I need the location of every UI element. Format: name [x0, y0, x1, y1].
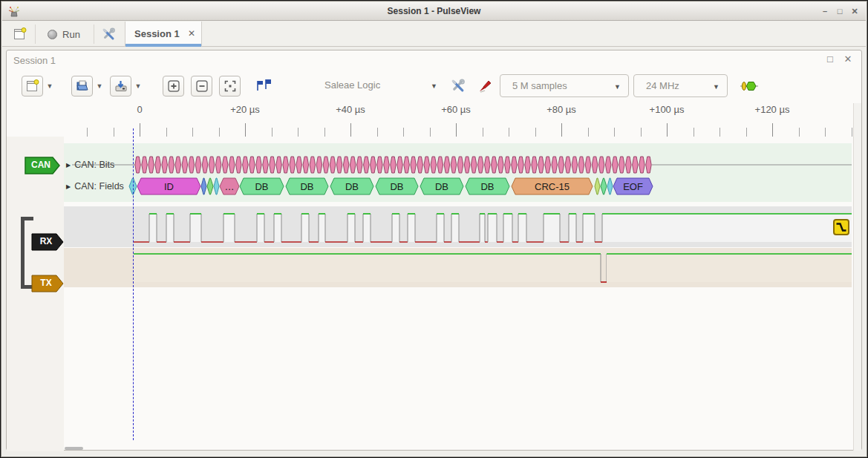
time-ruler[interactable]: 0+20 µs+40 µs+60 µs+80 µs+100 µs+120 µs	[7, 102, 863, 137]
can-bit-annotation[interactable]	[270, 157, 275, 173]
can-bit-annotation[interactable]	[236, 157, 241, 173]
can-field-annotation[interactable]	[601, 178, 607, 194]
can-bit-annotation[interactable]	[424, 157, 429, 173]
close-button[interactable]: ✕	[848, 4, 861, 18]
new-file-button[interactable]	[22, 76, 43, 96]
time-zero-cursor[interactable]	[133, 128, 134, 440]
can-bit-annotation[interactable]	[437, 157, 443, 173]
can-bit-annotation[interactable]	[612, 157, 617, 173]
add-decoder-button[interactable]	[739, 76, 760, 96]
can-bit-annotation[interactable]	[330, 157, 335, 173]
can-bit-annotation[interactable]	[565, 157, 570, 173]
can-bit-annotation[interactable]	[371, 157, 376, 173]
minimize-button[interactable]: –	[818, 4, 832, 18]
can-bit-annotation[interactable]	[492, 157, 497, 173]
can-bit-annotation[interactable]	[592, 157, 597, 173]
can-bit-annotation[interactable]	[626, 157, 631, 173]
new-session-button[interactable]	[8, 23, 32, 45]
zoom-out-button[interactable]	[191, 76, 212, 96]
decoder-row-fields[interactable]: ▶CAN: Fields	[66, 181, 124, 192]
can-bit-annotation[interactable]	[464, 157, 469, 173]
tab-close-icon[interactable]: ✕	[188, 28, 195, 39]
maximize-button[interactable]: □	[833, 4, 846, 18]
can-bit-annotation[interactable]	[598, 157, 604, 173]
can-bit-annotation[interactable]	[512, 157, 517, 173]
tab-session-1[interactable]: Session 1 ✕	[125, 22, 202, 47]
can-bit-annotation[interactable]	[518, 157, 523, 173]
can-bit-annotation[interactable]	[633, 157, 638, 173]
can-decoder-tag[interactable]: CAN	[25, 157, 60, 174]
expand-arrow-icon[interactable]: ▶	[66, 162, 71, 169]
tx-channel-tag[interactable]: TX	[31, 275, 67, 292]
can-bit-annotation[interactable]	[404, 157, 409, 173]
can-bit-annotation[interactable]	[249, 157, 255, 173]
save-dropdown[interactable]: ▼	[132, 76, 144, 96]
can-bit-annotation[interactable]	[545, 157, 550, 173]
can-bit-annotation[interactable]	[505, 157, 510, 173]
rx-channel-tag[interactable]: RX	[31, 233, 67, 251]
can-field-annotation[interactable]	[607, 178, 613, 194]
trigger-falling-edge-icon[interactable]	[833, 219, 849, 238]
device-selector[interactable]: Saleae Logic ▼	[320, 74, 443, 97]
can-field-annotation[interactable]	[595, 178, 600, 194]
run-button[interactable]: Run	[41, 23, 87, 45]
can-bit-annotation[interactable]	[195, 157, 200, 173]
sample-count-combobox[interactable]: 5 M samples ▼	[500, 74, 629, 97]
can-bit-annotation[interactable]	[397, 157, 402, 173]
can-field-annotation[interactable]	[207, 178, 213, 194]
can-bit-annotation[interactable]	[558, 157, 564, 173]
new-file-dropdown[interactable]: ▼	[44, 76, 56, 96]
can-bit-annotation[interactable]	[162, 157, 167, 173]
open-dropdown[interactable]: ▼	[94, 76, 105, 96]
can-bit-annotation[interactable]	[471, 157, 476, 173]
can-bit-annotation[interactable]	[619, 157, 624, 173]
vertical-scrollbar[interactable]	[853, 103, 861, 451]
can-bit-annotation[interactable]	[243, 157, 248, 173]
can-bit-annotation[interactable]	[316, 157, 322, 173]
can-bit-annotation[interactable]	[182, 157, 187, 173]
can-bit-annotation[interactable]	[639, 157, 645, 173]
can-bit-annotation[interactable]	[202, 157, 207, 173]
can-bit-annotation[interactable]	[350, 157, 355, 173]
can-bit-annotation[interactable]	[538, 157, 544, 173]
can-bit-annotation[interactable]	[169, 157, 174, 173]
can-bit-annotation[interactable]	[283, 157, 288, 173]
can-bit-annotation[interactable]	[256, 157, 261, 173]
can-bit-annotation[interactable]	[417, 157, 422, 173]
can-bit-annotation[interactable]	[215, 157, 221, 173]
can-bit-annotation[interactable]	[155, 157, 160, 173]
can-bit-annotation[interactable]	[431, 157, 436, 173]
can-bit-annotation[interactable]	[646, 157, 651, 173]
can-bit-annotation[interactable]	[290, 157, 295, 173]
can-bit-annotation[interactable]	[175, 157, 180, 173]
can-bit-annotation[interactable]	[310, 157, 315, 173]
open-button[interactable]	[71, 76, 93, 96]
can-bit-annotation[interactable]	[498, 157, 503, 173]
can-bit-annotation[interactable]	[336, 157, 342, 173]
can-bit-annotation[interactable]	[525, 157, 530, 173]
can-bit-annotation[interactable]	[222, 157, 227, 173]
configure-channels-button[interactable]	[474, 76, 495, 96]
can-bit-annotation[interactable]	[411, 157, 416, 173]
zoom-in-button[interactable]	[163, 76, 184, 96]
can-bit-annotation[interactable]	[572, 157, 577, 173]
horizontal-scrollbar[interactable]	[65, 447, 83, 450]
can-bit-annotation[interactable]	[532, 157, 537, 173]
can-bit-annotation[interactable]	[209, 157, 214, 173]
can-bit-annotation[interactable]	[364, 157, 369, 173]
can-bit-annotation[interactable]	[477, 157, 483, 173]
decoder-row-bits[interactable]: ▶CAN: Bits	[66, 160, 114, 170]
can-bit-annotation[interactable]	[578, 157, 584, 173]
can-bit-annotation[interactable]	[303, 157, 308, 173]
can-bit-annotation[interactable]	[585, 157, 590, 173]
panel-close-button[interactable]: ✕	[842, 53, 854, 65]
can-bit-annotation[interactable]	[451, 157, 456, 173]
zoom-fit-button[interactable]	[219, 76, 241, 96]
configure-device-button[interactable]	[448, 76, 469, 96]
can-bit-annotation[interactable]	[444, 157, 449, 173]
can-bit-annotation[interactable]	[229, 157, 235, 173]
can-bit-annotation[interactable]	[384, 157, 389, 173]
can-bit-annotation[interactable]	[135, 157, 140, 173]
can-bit-annotation[interactable]	[323, 157, 328, 173]
can-field-annotation[interactable]	[201, 178, 206, 194]
